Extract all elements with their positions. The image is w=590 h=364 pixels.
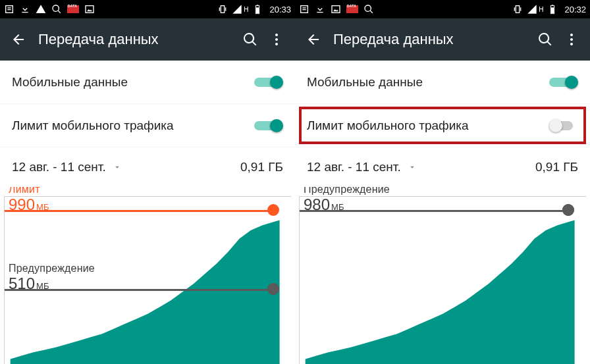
svg-rect-17	[332, 6, 340, 13]
mobile-data-switch[interactable]	[549, 74, 578, 90]
status-vibrate-icon	[512, 4, 523, 14]
limit-switch[interactable]	[254, 118, 283, 134]
period-usage: 0,91 ГБ	[535, 160, 578, 174]
status-search-icon	[363, 4, 374, 14]
row-limit-label: Лимит мобильного трафика	[307, 118, 549, 133]
chevron-down-icon	[113, 163, 122, 172]
status-warning-icon	[36, 4, 46, 14]
status-data-icon	[67, 5, 79, 13]
chevron-down-icon	[408, 163, 417, 172]
status-notif-icon	[299, 4, 309, 14]
svg-point-26	[570, 43, 573, 45]
svg-rect-16	[302, 9, 306, 10]
screen-left: H 20:33 Передача данных Мобильные данные…	[0, 0, 295, 364]
warning-caption: Предупреждение	[304, 187, 390, 195]
row-mobile-data[interactable]: Мобильные данные	[0, 61, 295, 104]
status-signal-icon	[232, 4, 242, 14]
svg-point-11	[275, 38, 278, 41]
svg-point-25	[570, 38, 573, 41]
status-network-type: H	[244, 6, 248, 13]
status-battery-icon	[252, 4, 263, 14]
period-row: 12 авг. - 11 сент. 0,91 ГБ	[0, 147, 295, 187]
svg-rect-23	[551, 7, 554, 13]
status-time: 20:33	[269, 5, 291, 14]
status-time: 20:32	[564, 5, 586, 14]
status-battery-icon	[547, 4, 558, 14]
svg-rect-20	[520, 7, 521, 11]
row-limit-label: Лимит мобильного трафика	[12, 118, 254, 133]
period-dropdown[interactable]: 12 авг. - 11 сент.	[12, 160, 122, 174]
row-mobile-data[interactable]: Мобильные данные	[295, 61, 590, 104]
row-limit[interactable]: Лимит мобильного трафика	[0, 104, 295, 147]
mobile-data-switch[interactable]	[254, 74, 283, 90]
svg-rect-4	[221, 6, 225, 13]
svg-rect-15	[302, 7, 306, 8]
limit-switch[interactable]	[549, 118, 578, 134]
svg-rect-9	[256, 7, 259, 13]
usage-area	[300, 197, 586, 364]
overflow-menu-button[interactable]	[263, 26, 290, 53]
status-network-type: H	[539, 6, 543, 13]
svg-rect-3	[86, 6, 94, 13]
row-limit[interactable]: Лимит мобильного трафика	[295, 104, 590, 147]
svg-rect-1	[7, 7, 11, 8]
status-data-icon	[346, 5, 358, 13]
warning-handle-icon[interactable]	[562, 204, 574, 216]
svg-point-24	[570, 34, 573, 36]
status-search-icon	[51, 4, 62, 14]
limit-handle-icon[interactable]	[267, 204, 279, 216]
period-usage: 0,91 ГБ	[240, 160, 283, 174]
status-download-icon	[315, 4, 325, 14]
page-title: Передача данных	[38, 31, 237, 48]
overflow-menu-button[interactable]	[558, 26, 585, 53]
svg-rect-19	[514, 7, 515, 11]
status-download-icon	[20, 4, 30, 14]
back-button[interactable]	[300, 26, 327, 53]
svg-marker-27	[306, 221, 575, 364]
row-mobile-data-label: Мобильные данные	[307, 75, 549, 90]
warning-caption: Предупреждение	[9, 263, 95, 274]
svg-point-12	[275, 43, 278, 45]
svg-rect-18	[516, 6, 520, 13]
period-row: 12 авг. - 11 сент. 0,91 ГБ	[295, 147, 590, 187]
svg-rect-5	[219, 7, 220, 11]
appbar: Передача данных	[295, 18, 590, 61]
svg-rect-8	[257, 5, 259, 5]
period-dropdown[interactable]: 12 авг. - 11 сент.	[307, 160, 417, 174]
row-mobile-data-label: Мобильные данные	[12, 75, 254, 90]
status-notif-icon	[4, 4, 14, 14]
search-button[interactable]	[237, 26, 263, 53]
back-button[interactable]	[5, 26, 32, 53]
screen-right: H 20:32 Передача данных Мобильные данные…	[295, 0, 590, 364]
statusbar: H 20:33	[0, 0, 295, 18]
status-image-icon	[331, 4, 341, 14]
svg-rect-6	[225, 7, 226, 11]
status-vibrate-icon	[217, 4, 228, 14]
status-signal-icon	[527, 4, 537, 14]
appbar: Передача данных	[0, 18, 295, 61]
search-button[interactable]	[532, 26, 558, 53]
svg-rect-2	[7, 9, 11, 10]
warning-handle-icon[interactable]	[267, 283, 279, 295]
limit-caption: Лимит	[9, 187, 49, 195]
page-title: Передача данных	[333, 31, 532, 48]
period-range: 12 авг. - 11 сент.	[12, 160, 106, 174]
svg-rect-22	[552, 5, 554, 5]
status-image-icon	[84, 4, 95, 14]
statusbar: H 20:32	[295, 0, 590, 18]
period-range: 12 авг. - 11 сент.	[307, 160, 401, 174]
data-usage-chart: Лимит 990МБ Предупреждение 510МБ	[0, 187, 295, 364]
data-usage-chart: Предупреждение 980МБ	[295, 187, 590, 364]
svg-point-10	[275, 34, 278, 36]
